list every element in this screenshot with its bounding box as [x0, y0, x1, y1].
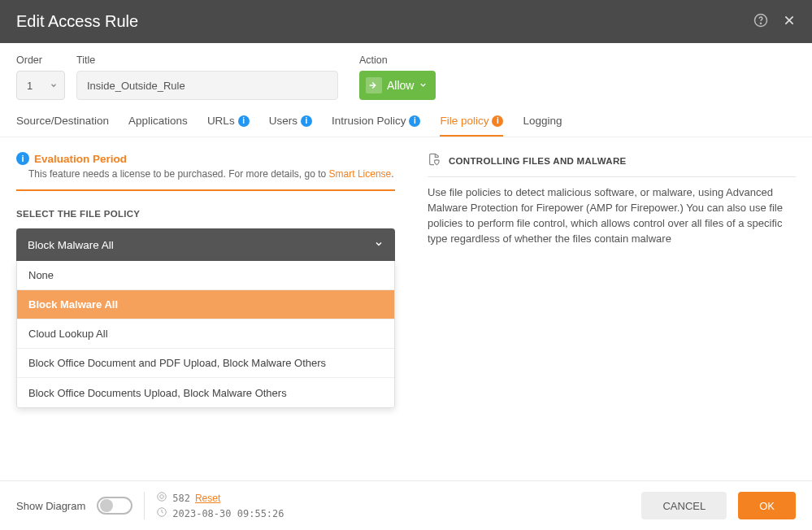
tab-applications[interactable]: Applications [128, 115, 188, 137]
tabs: Source/Destination Applications URLsi Us… [0, 100, 812, 137]
dropdown-option-block-office-pdf[interactable]: Block Office Document and PDF Upload, Bl… [17, 349, 394, 378]
evaluation-text: This feature needs a license to be purch… [28, 168, 395, 180]
close-icon[interactable] [783, 14, 796, 30]
title-label: Title [76, 54, 338, 66]
chevron-down-icon [50, 80, 58, 92]
footer: Show Diagram 582 Reset 2023-08-30 09 [0, 480, 812, 530]
modal-header: Edit Access Rule [0, 0, 812, 43]
tab-label: Intrusion Policy [332, 115, 406, 127]
dropdown-selected: Block Malware All [28, 239, 114, 251]
clock-icon [156, 506, 167, 520]
edit-access-rule-modal: Edit Access Rule Order 1 Title Actio [0, 0, 812, 530]
action-field: Action Allow [359, 54, 436, 100]
action-allow-button[interactable]: Allow [359, 71, 436, 100]
reset-link[interactable]: Reset [195, 493, 220, 504]
toggle-knob [100, 499, 113, 512]
svg-point-5 [158, 493, 167, 502]
target-icon [156, 491, 167, 505]
action-value: Allow [387, 79, 414, 92]
ok-button[interactable]: OK [738, 492, 796, 519]
svg-point-6 [160, 495, 164, 499]
tab-label: File policy [440, 115, 489, 127]
footer-left: Show Diagram 582 Reset 2023-08-30 09 [16, 491, 284, 520]
action-label: Action [359, 54, 436, 66]
chevron-down-icon [374, 239, 384, 251]
show-diagram-toggle[interactable] [97, 497, 132, 515]
tab-label: Logging [523, 115, 562, 127]
dropdown-option-block-office-upload[interactable]: Block Office Documents Upload, Block Mal… [17, 378, 394, 407]
title-input[interactable] [76, 71, 338, 100]
info-header: CONTROLLING FILES AND MALWARE [428, 152, 796, 177]
evaluation-body: This feature needs a license to be purch… [28, 168, 329, 180]
cancel-button[interactable]: CANCEL [641, 492, 727, 519]
svg-point-1 [760, 23, 761, 24]
rule-count: 582 [172, 493, 190, 504]
tab-intrusion-policy[interactable]: Intrusion Policyi [332, 115, 421, 137]
tab-users[interactable]: Usersi [269, 115, 312, 137]
title-field: Title [76, 54, 338, 100]
info-badge-icon: i [301, 115, 312, 127]
dropdown-option-block-malware-all[interactable]: Block Malware All [17, 290, 394, 319]
tab-urls[interactable]: URLsi [207, 115, 250, 137]
evaluation-title: Evaluation Period [34, 153, 127, 165]
info-badge-icon: i [409, 115, 420, 127]
dropdown-option-none[interactable]: None [17, 261, 394, 290]
dropdown-toggle[interactable]: Block Malware All [16, 228, 395, 261]
content-area: i Evaluation Period This feature needs a… [0, 137, 812, 530]
select-policy-label: SELECT THE FILE POLICY [16, 209, 395, 219]
chevron-down-icon [419, 79, 428, 92]
tab-label: Source/Destination [16, 115, 109, 127]
dropdown-option-cloud-lookup-all[interactable]: Cloud Lookup All [17, 319, 394, 349]
show-diagram-label: Show Diagram [16, 500, 85, 512]
right-column: CONTROLLING FILES AND MALWARE Use file p… [428, 152, 796, 530]
dropdown-list: None Block Malware All Cloud Lookup All … [16, 261, 395, 408]
header-actions [753, 13, 796, 31]
evaluation-banner: i Evaluation Period This feature needs a… [16, 152, 395, 191]
tab-label: Users [269, 115, 297, 127]
smart-license-link[interactable]: Smart License [329, 168, 392, 180]
file-shield-icon [428, 152, 441, 170]
meta-info: 582 Reset 2023-08-30 09:55:26 [156, 491, 284, 520]
left-column: i Evaluation Period This feature needs a… [16, 152, 395, 530]
form-row: Order 1 Title Action Allow [0, 43, 812, 100]
modal-title: Edit Access Rule [16, 12, 138, 31]
info-icon: i [16, 152, 29, 165]
info-body: Use file policies to detect malicious so… [428, 185, 796, 246]
order-value: 1 [27, 80, 33, 92]
info-heading: CONTROLLING FILES AND MALWARE [449, 156, 626, 166]
timestamp: 2023-08-30 09:55:26 [172, 508, 284, 519]
tab-source-destination[interactable]: Source/Destination [16, 115, 109, 137]
footer-actions: CANCEL OK [641, 492, 796, 519]
file-policy-dropdown: Block Malware All None Block Malware All… [16, 228, 395, 408]
order-select[interactable]: 1 [16, 71, 65, 100]
info-badge-icon: i [492, 115, 503, 127]
divider [144, 492, 145, 519]
order-field: Order 1 [16, 54, 65, 100]
tab-logging[interactable]: Logging [523, 115, 562, 137]
help-icon[interactable] [753, 13, 768, 31]
order-label: Order [16, 54, 65, 66]
tab-label: URLs [207, 115, 235, 127]
allow-icon [366, 77, 382, 93]
tab-file-policy[interactable]: File policyi [440, 115, 503, 137]
info-badge-icon: i [238, 115, 250, 127]
tab-label: Applications [128, 115, 188, 127]
